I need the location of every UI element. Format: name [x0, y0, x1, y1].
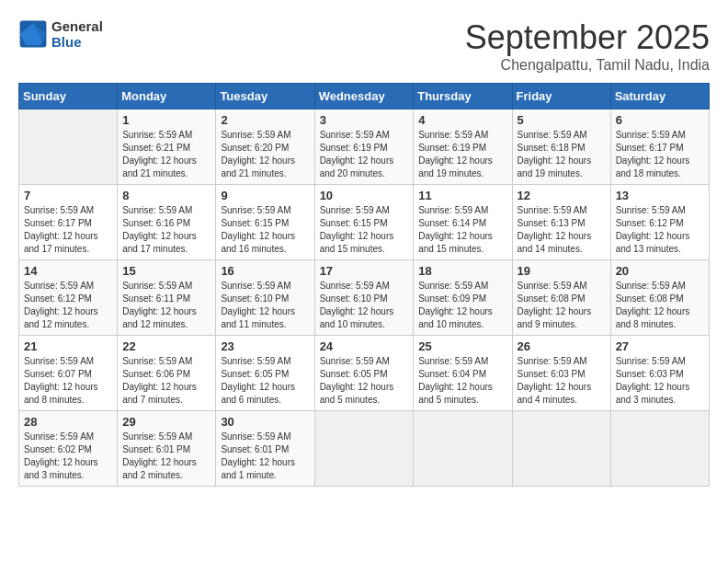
day-number: 16: [221, 264, 309, 278]
calendar-cell: [414, 411, 512, 487]
day-info: Sunrise: 5:59 AM Sunset: 6:10 PM Dayligh…: [221, 280, 309, 331]
day-number: 25: [418, 339, 506, 353]
weekday-header: Saturday: [610, 84, 709, 109]
calendar-cell: 14Sunrise: 5:59 AM Sunset: 6:12 PM Dayli…: [19, 260, 118, 336]
day-number: 2: [221, 113, 309, 127]
calendar-table: SundayMondayTuesdayWednesdayThursdayFrid…: [18, 83, 710, 487]
day-info: Sunrise: 5:59 AM Sunset: 6:20 PM Dayligh…: [221, 129, 309, 180]
calendar-cell: 22Sunrise: 5:59 AM Sunset: 6:06 PM Dayli…: [118, 336, 216, 411]
day-info: Sunrise: 5:59 AM Sunset: 6:08 PM Dayligh…: [518, 280, 606, 331]
calendar-cell: 15Sunrise: 5:59 AM Sunset: 6:11 PM Dayli…: [118, 260, 216, 336]
calendar-cell: [314, 411, 414, 487]
calendar-cell: [19, 109, 118, 185]
day-info: Sunrise: 5:59 AM Sunset: 6:17 PM Dayligh…: [616, 129, 704, 180]
calendar-cell: 12Sunrise: 5:59 AM Sunset: 6:13 PM Dayli…: [512, 185, 610, 260]
day-info: Sunrise: 5:59 AM Sunset: 6:01 PM Dayligh…: [221, 431, 309, 482]
day-number: 4: [418, 113, 506, 127]
day-number: 7: [24, 189, 112, 202]
calendar-cell: 24Sunrise: 5:59 AM Sunset: 6:05 PM Dayli…: [314, 336, 414, 411]
calendar-cell: 20Sunrise: 5:59 AM Sunset: 6:08 PM Dayli…: [610, 260, 709, 336]
calendar-cell: 8Sunrise: 5:59 AM Sunset: 6:16 PM Daylig…: [118, 185, 216, 260]
day-info: Sunrise: 5:59 AM Sunset: 6:17 PM Dayligh…: [24, 204, 112, 256]
calendar-cell: 1Sunrise: 5:59 AM Sunset: 6:21 PM Daylig…: [118, 109, 216, 185]
calendar-cell: 21Sunrise: 5:59 AM Sunset: 6:07 PM Dayli…: [19, 336, 118, 411]
weekday-header: Friday: [512, 84, 610, 109]
day-number: 23: [221, 339, 309, 353]
day-info: Sunrise: 5:59 AM Sunset: 6:03 PM Dayligh…: [616, 355, 704, 407]
calendar-cell: 26Sunrise: 5:59 AM Sunset: 6:03 PM Dayli…: [512, 336, 610, 411]
day-info: Sunrise: 5:59 AM Sunset: 6:03 PM Dayligh…: [518, 355, 606, 407]
calendar-cell: 23Sunrise: 5:59 AM Sunset: 6:05 PM Dayli…: [216, 336, 314, 411]
day-info: Sunrise: 5:59 AM Sunset: 6:13 PM Dayligh…: [518, 204, 606, 256]
subtitle: Chengalpattu, Tamil Nadu, India: [465, 57, 710, 74]
calendar-cell: [512, 411, 610, 487]
day-number: 29: [122, 415, 210, 429]
day-number: 9: [221, 189, 309, 202]
day-number: 20: [616, 264, 704, 278]
day-info: Sunrise: 5:59 AM Sunset: 6:15 PM Dayligh…: [320, 204, 409, 256]
day-info: Sunrise: 5:59 AM Sunset: 6:16 PM Dayligh…: [122, 204, 210, 256]
day-number: 17: [320, 264, 409, 278]
calendar-cell: 2Sunrise: 5:59 AM Sunset: 6:20 PM Daylig…: [216, 109, 314, 185]
calendar-cell: 5Sunrise: 5:59 AM Sunset: 6:18 PM Daylig…: [512, 109, 610, 185]
day-number: 21: [24, 339, 112, 353]
day-info: Sunrise: 5:59 AM Sunset: 6:12 PM Dayligh…: [24, 280, 112, 331]
calendar-cell: 29Sunrise: 5:59 AM Sunset: 6:01 PM Dayli…: [118, 411, 216, 487]
day-info: Sunrise: 5:59 AM Sunset: 6:11 PM Dayligh…: [122, 280, 210, 331]
calendar-cell: 13Sunrise: 5:59 AM Sunset: 6:12 PM Dayli…: [610, 185, 709, 260]
day-number: 6: [616, 113, 704, 127]
calendar-cell: 25Sunrise: 5:59 AM Sunset: 6:04 PM Dayli…: [414, 336, 512, 411]
day-number: 28: [24, 415, 112, 429]
calendar-cell: 6Sunrise: 5:59 AM Sunset: 6:17 PM Daylig…: [610, 109, 709, 185]
calendar-week-row: 28Sunrise: 5:59 AM Sunset: 6:02 PM Dayli…: [19, 411, 710, 487]
calendar-cell: 4Sunrise: 5:59 AM Sunset: 6:19 PM Daylig…: [414, 109, 512, 185]
calendar-week-row: 1Sunrise: 5:59 AM Sunset: 6:21 PM Daylig…: [19, 109, 710, 185]
day-number: 18: [418, 264, 506, 278]
day-info: Sunrise: 5:59 AM Sunset: 6:12 PM Dayligh…: [616, 204, 704, 256]
month-title: September 2025: [465, 18, 710, 57]
day-number: 15: [122, 264, 210, 278]
calendar-cell: 11Sunrise: 5:59 AM Sunset: 6:14 PM Dayli…: [414, 185, 512, 260]
weekday-header: Thursday: [414, 84, 512, 109]
calendar-week-row: 21Sunrise: 5:59 AM Sunset: 6:07 PM Dayli…: [19, 336, 710, 411]
day-info: Sunrise: 5:59 AM Sunset: 6:05 PM Dayligh…: [221, 355, 309, 407]
calendar-cell: 19Sunrise: 5:59 AM Sunset: 6:08 PM Dayli…: [512, 260, 610, 336]
calendar-week-row: 7Sunrise: 5:59 AM Sunset: 6:17 PM Daylig…: [19, 185, 710, 260]
weekday-header: Wednesday: [314, 84, 414, 109]
day-number: 27: [616, 339, 704, 353]
day-info: Sunrise: 5:59 AM Sunset: 6:19 PM Dayligh…: [320, 129, 409, 180]
day-number: 26: [518, 339, 606, 353]
calendar-cell: 7Sunrise: 5:59 AM Sunset: 6:17 PM Daylig…: [19, 185, 118, 260]
calendar-cell: 28Sunrise: 5:59 AM Sunset: 6:02 PM Dayli…: [19, 411, 118, 487]
calendar-cell: [610, 411, 709, 487]
weekday-header: Monday: [118, 84, 216, 109]
day-info: Sunrise: 5:59 AM Sunset: 6:01 PM Dayligh…: [122, 431, 210, 482]
logo-text: General Blue: [51, 18, 103, 50]
day-number: 14: [24, 264, 112, 278]
calendar-cell: 16Sunrise: 5:59 AM Sunset: 6:10 PM Dayli…: [216, 260, 314, 336]
day-info: Sunrise: 5:59 AM Sunset: 6:21 PM Dayligh…: [122, 129, 210, 180]
calendar-cell: 30Sunrise: 5:59 AM Sunset: 6:01 PM Dayli…: [216, 411, 314, 487]
day-number: 12: [518, 189, 606, 202]
day-number: 11: [418, 189, 506, 202]
header: General Blue September 2025 Chengalpattu…: [18, 18, 710, 74]
day-info: Sunrise: 5:59 AM Sunset: 6:06 PM Dayligh…: [122, 355, 210, 407]
day-info: Sunrise: 5:59 AM Sunset: 6:09 PM Dayligh…: [418, 280, 506, 331]
calendar-cell: 17Sunrise: 5:59 AM Sunset: 6:10 PM Dayli…: [314, 260, 414, 336]
day-number: 10: [320, 189, 409, 202]
day-info: Sunrise: 5:59 AM Sunset: 6:19 PM Dayligh…: [418, 129, 506, 180]
calendar-cell: 3Sunrise: 5:59 AM Sunset: 6:19 PM Daylig…: [314, 109, 414, 185]
day-info: Sunrise: 5:59 AM Sunset: 6:18 PM Dayligh…: [518, 129, 606, 180]
calendar-cell: 9Sunrise: 5:59 AM Sunset: 6:15 PM Daylig…: [216, 185, 314, 260]
day-number: 1: [122, 113, 210, 127]
calendar-cell: 18Sunrise: 5:59 AM Sunset: 6:09 PM Dayli…: [414, 260, 512, 336]
day-info: Sunrise: 5:59 AM Sunset: 6:08 PM Dayligh…: [616, 280, 704, 331]
day-info: Sunrise: 5:59 AM Sunset: 6:14 PM Dayligh…: [418, 204, 506, 256]
day-number: 3: [320, 113, 409, 127]
day-info: Sunrise: 5:59 AM Sunset: 6:07 PM Dayligh…: [24, 355, 112, 407]
title-area: September 2025 Chengalpattu, Tamil Nadu,…: [465, 18, 710, 74]
day-info: Sunrise: 5:59 AM Sunset: 6:05 PM Dayligh…: [320, 355, 409, 407]
calendar-week-row: 14Sunrise: 5:59 AM Sunset: 6:12 PM Dayli…: [19, 260, 710, 336]
day-info: Sunrise: 5:59 AM Sunset: 6:02 PM Dayligh…: [24, 431, 112, 482]
day-number: 8: [122, 189, 210, 202]
